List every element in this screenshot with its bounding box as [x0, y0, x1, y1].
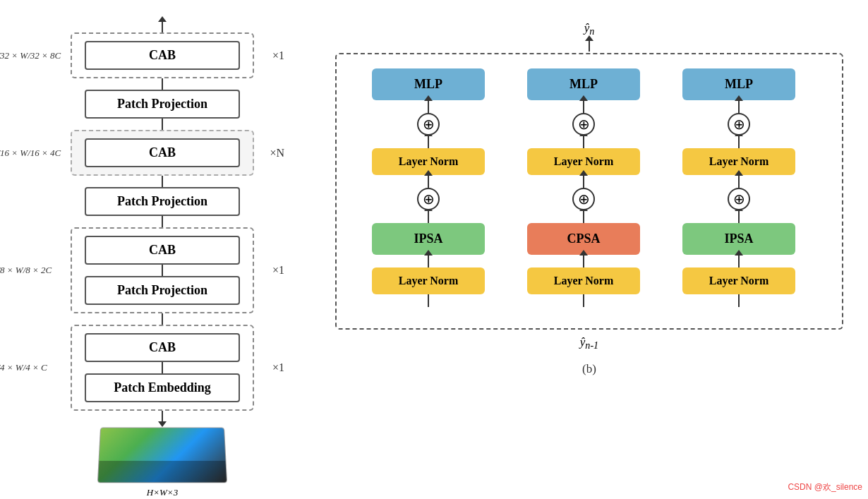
main-container: H/32 × W/32 × 8C ×1 CAB Patch Projection…: [14, 14, 854, 499]
arrow-ln13-bot: [738, 294, 740, 307]
arrow-plus3b: [738, 210, 740, 223]
input-label: ŷn-1: [580, 335, 598, 351]
stage-1-label: H/4 × W/4 × C: [0, 362, 47, 373]
arrow-plus1b: [428, 210, 429, 223]
cab-column-1: MLP ⊕ Layer Norm ⊕ IPSA Layer Norm: [358, 68, 499, 307]
diagrams-row: H/32 × W/32 × 8C ×1 CAB Patch Projection…: [14, 14, 854, 499]
stage-2-times: ×1: [272, 264, 284, 277]
stage-4-cab: CAB: [85, 41, 240, 70]
stage-3-cab: CAB: [85, 138, 240, 167]
stage-1-cab: CAB: [85, 333, 240, 362]
arrow-pp2: [162, 216, 163, 227]
part-a-diagram: H/32 × W/32 × 8C ×1 CAB Patch Projection…: [14, 14, 311, 499]
stage-1-patch-embed: Patch Embedding: [85, 373, 240, 402]
ln-1-1: Layer Norm: [372, 267, 485, 294]
arrow-plus1t: [428, 136, 429, 148]
caption-b: (b): [582, 362, 596, 376]
stage-1: H/4 × W/4 × C ×1 CAB Patch Embedding: [14, 325, 311, 411]
ln-1-2: Layer Norm: [527, 267, 640, 294]
stage-2: H/8 × W/8 × 2C ×1 CAB Patch Projection: [14, 227, 311, 325]
stage-1-dashed: H/4 × W/4 × C ×1 CAB Patch Embedding: [71, 325, 254, 411]
arrow-in-s1: [162, 362, 163, 373]
arrow-plus3t: [738, 136, 740, 148]
part-b-diagram: ŷn MLP ⊕ Layer Norm ⊕: [325, 14, 854, 376]
arrow-mlp1: [428, 100, 429, 113]
stage-2-label: H/8 × W/8 × 2C: [0, 265, 52, 276]
arrow-cpsa: [583, 255, 584, 267]
top-output-arrow: [162, 21, 163, 32]
arrow-s3-down: [162, 176, 163, 187]
watermark: CSDN @欢_silence: [788, 481, 862, 493]
arrow-ln11-bot: [428, 294, 429, 307]
stage-1-times: ×1: [272, 361, 284, 374]
stage-2-dashed: H/8 × W/8 × 2C ×1 CAB Patch Projection: [71, 227, 254, 313]
plus-3-bot: ⊕: [728, 188, 750, 210]
cab-column-2: MLP ⊕ Layer Norm ⊕ CPSA Layer Norm: [513, 68, 654, 307]
patch-proj-3: Patch Projection: [85, 90, 240, 119]
arrow-in-s2: [162, 265, 163, 276]
plus-2-bot: ⊕: [572, 188, 595, 210]
plus-2-top: ⊕: [572, 113, 595, 136]
arrow-plus2t: [583, 136, 584, 148]
cab-column-3: MLP ⊕ Layer Norm ⊕ IPSA Layer Norm: [668, 68, 809, 307]
arrow-ln21: [428, 175, 429, 188]
arrow-mlp3: [738, 100, 740, 113]
plus-1-top: ⊕: [417, 113, 440, 136]
stage-2-patch-proj: Patch Projection: [85, 276, 240, 305]
arrow-ipsa2: [738, 255, 740, 267]
arrow-s4-down: [162, 78, 163, 90]
arrow-s2-down: [162, 313, 163, 325]
arrow-pp3: [162, 119, 163, 130]
patch-proj-2: Patch Projection: [85, 187, 240, 216]
stage-3-label: H/16 × W/16 × 4C: [0, 148, 61, 159]
stage-4: H/32 × W/32 × 8C ×1 CAB: [14, 32, 311, 90]
stage-3: H/16 × W/16 × 4C ×N CAB: [14, 130, 311, 187]
arrow-ln23: [738, 175, 740, 188]
arrow-to-image: [162, 411, 163, 422]
stage-2-cab: CAB: [85, 236, 240, 265]
output-top: ŷn: [584, 21, 595, 52]
arrow-plus2b: [583, 210, 584, 223]
arrow-ln12-bot: [583, 294, 584, 307]
plus-1-bot: ⊕: [417, 188, 440, 210]
stage-4-dashed: H/32 × W/32 × 8C ×1 CAB: [71, 32, 254, 78]
arrow-ipsa1: [428, 255, 429, 267]
arrow-mlp2: [583, 100, 584, 113]
arrow-ln22: [583, 175, 584, 188]
stage-4-label: H/32 × W/32 × 8C: [0, 50, 61, 61]
image-label: H×W×3: [147, 487, 178, 498]
cab-diagram: MLP ⊕ Layer Norm ⊕ IPSA Layer Norm: [335, 53, 843, 330]
ln-1-3: Layer Norm: [682, 267, 795, 294]
output-arrow: [589, 40, 590, 52]
stage-3-times: ×N: [270, 147, 284, 160]
stage-4-times: ×1: [272, 49, 284, 62]
plus-3-top: ⊕: [728, 113, 750, 136]
input-image: [97, 427, 227, 483]
stage-3-dashed: H/16 × W/16 × 4C ×N CAB: [71, 130, 254, 176]
